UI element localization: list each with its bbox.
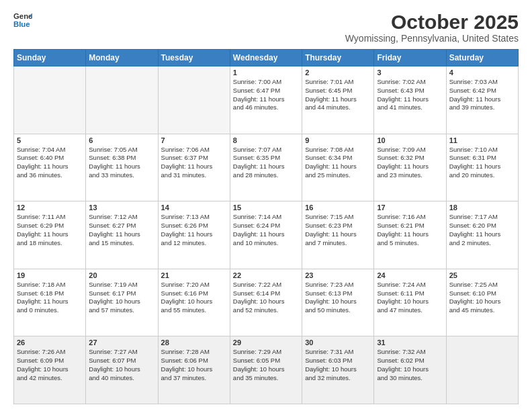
day-number: 30 [305,338,371,347]
day-number: 17 [377,203,443,212]
day-cell: 2Sunrise: 7:01 AM Sunset: 6:45 PM Daylig… [302,66,374,134]
day-number: 27 [89,338,154,347]
day-info: Sunrise: 7:24 AM Sunset: 6:11 PM Dayligh… [377,281,443,315]
day-number: 5 [17,136,83,144]
day-cell: 21Sunrise: 7:20 AM Sunset: 6:16 PM Dayli… [158,269,230,336]
day-cell: 23Sunrise: 7:23 AM Sunset: 6:13 PM Dayli… [302,269,374,336]
calendar-body: 1Sunrise: 7:00 AM Sunset: 6:47 PM Daylig… [14,66,519,404]
day-number: 22 [233,271,299,279]
header-thursday: Thursday [302,50,374,66]
day-number: 19 [17,271,83,279]
day-number: 11 [449,136,515,144]
day-info: Sunrise: 7:13 AM Sunset: 6:26 PM Dayligh… [161,213,227,247]
day-number: 23 [305,271,371,279]
day-cell: 27Sunrise: 7:27 AM Sunset: 6:07 PM Dayli… [86,336,158,404]
day-cell: 14Sunrise: 7:13 AM Sunset: 6:26 PM Dayli… [158,201,230,269]
day-info: Sunrise: 7:22 AM Sunset: 6:14 PM Dayligh… [233,281,299,315]
day-cell: 30Sunrise: 7:31 AM Sunset: 6:03 PM Dayli… [302,336,374,404]
day-info: Sunrise: 7:00 AM Sunset: 6:47 PM Dayligh… [233,78,299,112]
day-number: 7 [161,136,227,144]
day-cell: 9Sunrise: 7:08 AM Sunset: 6:34 PM Daylig… [302,134,374,201]
day-info: Sunrise: 7:08 AM Sunset: 6:34 PM Dayligh… [305,146,371,180]
subtitle: Wyomissing, Pennsylvania, United States [345,33,519,44]
day-cell: 13Sunrise: 7:12 AM Sunset: 6:27 PM Dayli… [86,201,158,269]
header-saturday: Saturday [446,50,518,66]
day-cell: 7Sunrise: 7:06 AM Sunset: 6:37 PM Daylig… [158,134,230,201]
day-number: 3 [377,68,443,77]
day-cell: 10Sunrise: 7:09 AM Sunset: 6:32 PM Dayli… [374,134,446,201]
day-info: Sunrise: 7:14 AM Sunset: 6:24 PM Dayligh… [233,213,299,247]
header-tuesday: Tuesday [158,50,230,66]
calendar-header: Sunday Monday Tuesday Wednesday Thursday… [14,50,519,66]
day-cell: 6Sunrise: 7:05 AM Sunset: 6:38 PM Daylig… [86,134,158,201]
day-info: Sunrise: 7:03 AM Sunset: 6:42 PM Dayligh… [449,78,515,112]
day-number: 25 [449,271,515,279]
week-row-4: 19Sunrise: 7:18 AM Sunset: 6:18 PM Dayli… [14,269,519,336]
day-cell: 24Sunrise: 7:24 AM Sunset: 6:11 PM Dayli… [374,269,446,336]
day-number: 24 [377,271,443,279]
day-number: 4 [449,68,515,77]
day-number: 16 [305,203,371,212]
day-number: 12 [17,203,83,212]
day-number: 8 [233,136,299,144]
weekday-header-row: Sunday Monday Tuesday Wednesday Thursday… [14,50,519,66]
day-info: Sunrise: 7:19 AM Sunset: 6:17 PM Dayligh… [89,281,154,315]
day-number: 31 [377,338,443,347]
day-number: 1 [233,68,299,77]
day-cell [14,66,86,134]
week-row-2: 5Sunrise: 7:04 AM Sunset: 6:40 PM Daylig… [14,134,519,201]
day-info: Sunrise: 7:25 AM Sunset: 6:10 PM Dayligh… [449,281,515,315]
day-cell [86,66,158,134]
day-info: Sunrise: 7:10 AM Sunset: 6:31 PM Dayligh… [449,146,515,180]
day-number: 9 [305,136,371,144]
svg-text:Blue: Blue [13,20,30,28]
header: General Blue October 2025 Wyomissing, Pe… [13,11,519,44]
day-cell: 25Sunrise: 7:25 AM Sunset: 6:10 PM Dayli… [446,269,518,336]
header-sunday: Sunday [14,50,86,66]
day-cell: 19Sunrise: 7:18 AM Sunset: 6:18 PM Dayli… [14,269,86,336]
day-info: Sunrise: 7:18 AM Sunset: 6:18 PM Dayligh… [17,281,83,315]
week-row-1: 1Sunrise: 7:00 AM Sunset: 6:47 PM Daylig… [14,66,519,134]
day-info: Sunrise: 7:09 AM Sunset: 6:32 PM Dayligh… [377,146,443,180]
day-info: Sunrise: 7:20 AM Sunset: 6:16 PM Dayligh… [161,281,227,315]
day-info: Sunrise: 7:05 AM Sunset: 6:38 PM Dayligh… [89,146,154,180]
day-info: Sunrise: 7:17 AM Sunset: 6:20 PM Dayligh… [449,213,515,247]
day-number: 2 [305,68,371,77]
day-info: Sunrise: 7:29 AM Sunset: 6:05 PM Dayligh… [233,348,299,382]
day-cell: 15Sunrise: 7:14 AM Sunset: 6:24 PM Dayli… [230,201,302,269]
day-cell: 12Sunrise: 7:11 AM Sunset: 6:29 PM Dayli… [14,201,86,269]
day-info: Sunrise: 7:02 AM Sunset: 6:43 PM Dayligh… [377,78,443,112]
calendar-table: Sunday Monday Tuesday Wednesday Thursday… [13,49,519,404]
day-cell [158,66,230,134]
day-cell: 17Sunrise: 7:16 AM Sunset: 6:21 PM Dayli… [374,201,446,269]
day-cell: 20Sunrise: 7:19 AM Sunset: 6:17 PM Dayli… [86,269,158,336]
day-info: Sunrise: 7:04 AM Sunset: 6:40 PM Dayligh… [17,146,83,180]
day-cell: 29Sunrise: 7:29 AM Sunset: 6:05 PM Dayli… [230,336,302,404]
day-cell: 3Sunrise: 7:02 AM Sunset: 6:43 PM Daylig… [374,66,446,134]
day-info: Sunrise: 7:27 AM Sunset: 6:07 PM Dayligh… [89,348,154,382]
day-number: 28 [161,338,227,347]
day-cell: 26Sunrise: 7:26 AM Sunset: 6:09 PM Dayli… [14,336,86,404]
day-number: 10 [377,136,443,144]
day-info: Sunrise: 7:16 AM Sunset: 6:21 PM Dayligh… [377,213,443,247]
header-friday: Friday [374,50,446,66]
logo: General Blue [13,11,32,30]
day-cell: 5Sunrise: 7:04 AM Sunset: 6:40 PM Daylig… [14,134,86,201]
day-number: 15 [233,203,299,212]
day-cell: 1Sunrise: 7:00 AM Sunset: 6:47 PM Daylig… [230,66,302,134]
day-info: Sunrise: 7:07 AM Sunset: 6:35 PM Dayligh… [233,146,299,180]
logo-icon: General Blue [13,11,32,30]
day-cell: 28Sunrise: 7:28 AM Sunset: 6:06 PM Dayli… [158,336,230,404]
day-info: Sunrise: 7:26 AM Sunset: 6:09 PM Dayligh… [17,348,83,382]
title-block: October 2025 Wyomissing, Pennsylvania, U… [345,11,519,44]
day-info: Sunrise: 7:12 AM Sunset: 6:27 PM Dayligh… [89,213,154,247]
week-row-3: 12Sunrise: 7:11 AM Sunset: 6:29 PM Dayli… [14,201,519,269]
day-cell: 11Sunrise: 7:10 AM Sunset: 6:31 PM Dayli… [446,134,518,201]
day-number: 6 [89,136,154,144]
day-cell: 16Sunrise: 7:15 AM Sunset: 6:23 PM Dayli… [302,201,374,269]
header-monday: Monday [86,50,158,66]
day-info: Sunrise: 7:15 AM Sunset: 6:23 PM Dayligh… [305,213,371,247]
header-wednesday: Wednesday [230,50,302,66]
day-info: Sunrise: 7:32 AM Sunset: 6:02 PM Dayligh… [377,348,443,382]
day-number: 29 [233,338,299,347]
